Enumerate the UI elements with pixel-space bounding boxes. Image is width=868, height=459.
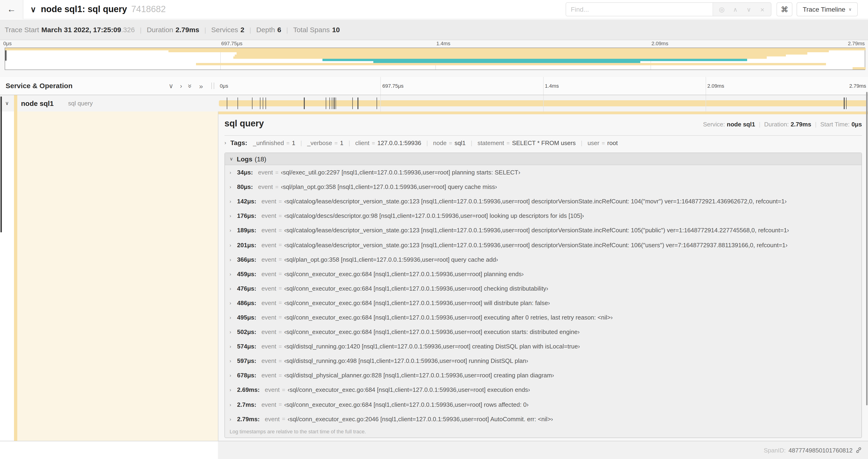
expand-log-icon[interactable]: › [229,257,235,262]
expand-log-icon[interactable]: › [229,373,235,378]
log-marker-tick[interactable] [238,97,238,109]
log-equals: = [279,343,282,350]
log-field-name: event [261,358,276,365]
collapse-one-icon[interactable]: ∨ [169,82,174,90]
tag-item[interactable]: node=sql1 [433,139,466,146]
log-marker-tick[interactable] [332,97,333,109]
expand-log-icon[interactable]: › [229,315,235,320]
log-marker-tick[interactable] [358,97,358,109]
tag-item[interactable]: user=root [588,139,618,146]
log-marker-tick[interactable] [352,97,353,109]
trace-summary-bar: Trace StartMarch 31 2022, 17:25:09.326|D… [0,20,868,40]
span-bar-area[interactable] [218,95,868,111]
log-marker-tick[interactable] [263,97,264,109]
expand-log-icon[interactable]: › [229,329,235,334]
prev-result-icon[interactable]: ∧ [728,6,742,13]
collapse-trace-icon[interactable]: ∨ [30,4,36,14]
collapse-all-icon[interactable]: » [187,84,195,88]
span-row-label[interactable]: ∨ node sql1 sql query [0,95,218,111]
trace-minimap[interactable] [5,47,865,70]
expand-one-icon[interactable]: › [180,82,182,90]
log-marker-tick[interactable] [326,97,326,109]
next-result-icon[interactable]: ∨ [742,6,755,13]
log-row[interactable]: ›495μs:event=‹sql/conn_executor_exec.go:… [225,310,862,325]
expand-tags-icon[interactable]: › [224,140,226,145]
log-marker-tick[interactable] [844,97,844,109]
link-icon[interactable] [856,447,862,453]
tag-equals: = [334,140,338,146]
row-list-scrollbar-thumb[interactable] [0,97,2,232]
vertical-scrollbar-thumb[interactable] [866,92,868,405]
tag-item[interactable]: _verbose=1 [307,139,343,146]
log-marker-tick[interactable] [252,97,252,109]
logs-header[interactable]: ∨ Logs (18) [225,153,862,165]
log-marker-tick[interactable] [266,97,266,109]
log-marker-tick[interactable] [330,97,330,109]
expand-log-icon[interactable]: › [229,416,235,421]
tag-item[interactable]: client=127.0.0.1:59936 [355,139,422,146]
log-row[interactable]: ›574μs:event=‹sql/distsql_running.go:142… [225,339,862,354]
log-row[interactable]: ›34μs:event=‹sql/exec_util.go:2297 [nsql… [225,165,862,179]
expand-log-icon[interactable]: › [229,402,235,407]
log-row[interactable]: ›502μs:event=‹sql/conn_executor_exec.go:… [225,325,862,339]
log-row[interactable]: ›678μs:event=‹sql/distsql_physical_plann… [225,368,862,383]
expand-all-icon[interactable]: » [199,82,203,90]
summary-separator: | [815,121,817,128]
timeline-gridline [543,95,544,111]
expand-log-icon[interactable]: › [229,242,235,248]
log-marker-tick[interactable] [260,97,260,109]
log-row[interactable]: ›2.79ms:event=‹sql/conn_executor_exec.go… [225,412,862,426]
log-marker-tick[interactable] [334,97,335,109]
minimap-span [233,57,767,59]
log-row[interactable]: ›176μs:event=‹sql/catalog/descs/descript… [225,209,862,223]
log-row[interactable]: ›201μs:event=‹sql/catalog/lease/descript… [225,238,862,252]
log-row[interactable]: ›189μs:event=‹sql/catalog/lease/descript… [225,223,862,238]
detail-footer-bar: SpanID: 4877749850101760812 [0,441,868,459]
locate-icon[interactable]: ◎ [715,6,728,13]
tag-item[interactable]: _unfinished=1 [253,139,296,146]
log-timestamp: 2.79ms: [237,415,260,422]
expand-log-icon[interactable]: › [229,358,235,364]
find-input[interactable] [566,3,713,16]
log-value: ‹sql/conn_executor_exec.go:684 [nsql1,cl… [284,401,528,408]
minimap-drag-handle[interactable] [5,48,6,61]
log-row[interactable]: ›2.7ms:event=‹sql/conn_executor_exec.go:… [225,397,862,412]
keyboard-shortcuts-button[interactable]: ⌘ [777,2,793,16]
expand-log-icon[interactable]: › [229,344,235,349]
clear-search-icon[interactable]: × [755,5,769,13]
collapse-children-icon[interactable]: ∨ [5,95,9,111]
log-row[interactable]: ›597μs:event=‹sql/distsql_running.go:498… [225,354,862,368]
log-marker-tick[interactable] [336,97,336,109]
span-row[interactable]: ∨ node sql1 sql query [0,95,868,111]
log-row[interactable]: ›366μs:event=‹sql/plan_opt.go:358 [nsql1… [225,252,862,267]
log-marker-tick[interactable] [376,97,377,109]
tag-item[interactable]: statement=SELECT * FROM users [477,139,576,146]
column-resizer-handle[interactable] [211,83,214,89]
expand-log-icon[interactable]: › [229,228,235,233]
expand-log-icon[interactable]: › [229,286,235,291]
expand-log-icon[interactable]: › [229,199,235,204]
log-row[interactable]: ›80μs:event=‹sql/plan_opt.go:358 [nsql1,… [225,179,862,194]
log-row[interactable]: ›459μs:event=‹sql/conn_executor_exec.go:… [225,267,862,281]
back-button[interactable]: ← [0,0,23,19]
expand-log-icon[interactable]: › [229,170,235,175]
collapse-logs-icon[interactable]: ∨ [229,156,233,161]
log-row[interactable]: ›2.69ms:event=‹sql/conn_executor_exec.go… [225,383,862,397]
expand-log-icon[interactable]: › [229,214,235,219]
log-row[interactable]: ›142μs:event=‹sql/catalog/lease/descript… [225,194,862,208]
expand-log-icon[interactable]: › [229,387,235,393]
minimap-tick-label: 1.4ms [436,41,450,46]
log-equals: = [279,372,282,379]
detail-left-gutter [0,111,218,441]
log-marker-tick[interactable] [304,97,305,109]
timeline-ruler: 0μs697.75μs1.4ms2.09ms2.79ms [218,77,868,95]
log-marker-tick[interactable] [227,97,227,109]
expand-log-icon[interactable]: › [229,184,235,189]
log-marker-tick[interactable] [846,97,847,109]
log-row[interactable]: ›486μs:event=‹sql/conn_executor_exec.go:… [225,296,862,310]
log-row[interactable]: ›476μs:event=‹sql/conn_executor_exec.go:… [225,281,862,296]
tags-row[interactable]: › Tags: _unfinished=1|_verbose=1|client=… [224,136,862,150]
expand-log-icon[interactable]: › [229,271,235,276]
expand-log-icon[interactable]: › [229,300,235,305]
view-selector-button[interactable]: Trace Timeline ∨ [797,2,858,16]
